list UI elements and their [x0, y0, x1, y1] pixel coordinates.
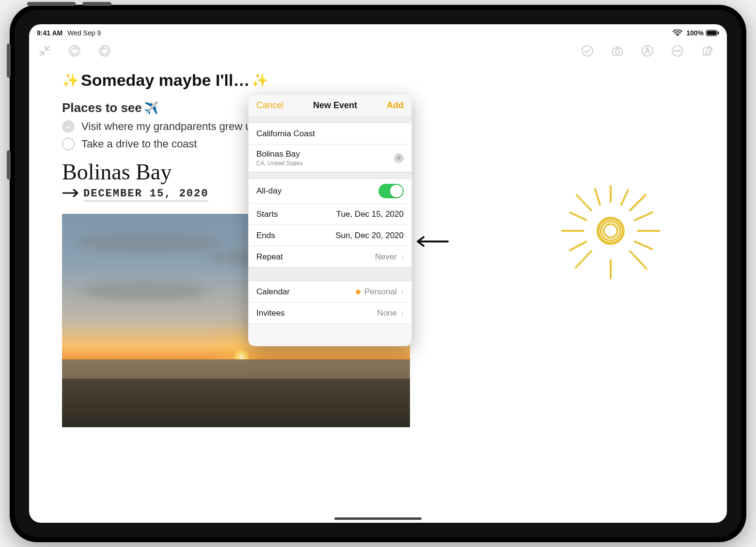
svg-rect-3	[718, 32, 719, 34]
ends-row[interactable]: Ends Sun, Dec 20, 2020	[249, 225, 411, 246]
chevron-right-icon: ›	[401, 287, 404, 297]
new-event-popover: Cancel New Event Add California Coast Bo…	[248, 94, 412, 346]
event-location-field[interactable]: Bolinas Bay CA, United States ✕	[249, 145, 411, 172]
allday-row[interactable]: All-day	[249, 179, 411, 204]
battery-percent: 100%	[686, 29, 704, 37]
repeat-label: Repeat	[256, 252, 283, 262]
calendar-row[interactable]: Calendar Personal›	[249, 281, 411, 303]
allday-label: All-day	[256, 186, 282, 196]
allday-toggle[interactable]	[378, 184, 404, 198]
collapse-icon[interactable]	[38, 44, 51, 58]
markup-icon[interactable]	[641, 44, 654, 58]
toolbar	[29, 39, 727, 61]
home-indicator[interactable]	[334, 517, 422, 520]
calendar-value: Personal	[364, 287, 397, 297]
svg-point-13	[679, 50, 680, 52]
ends-label: Ends	[256, 231, 275, 241]
invitees-row[interactable]: Invitees None›	[249, 303, 411, 324]
note-title: ✨ Someday maybe I'll… ✨	[62, 71, 694, 90]
calendar-color-dot-icon	[356, 290, 361, 294]
event-location-value: Bolinas Bay	[256, 149, 302, 159]
starts-value: Tue, Dec 15, 2020	[336, 209, 404, 219]
status-time: 9:41 AM	[37, 29, 63, 37]
ends-value: Sun, Dec 20, 2020	[335, 231, 404, 241]
status-date: Wed Sep 9	[67, 29, 101, 37]
clear-location-icon[interactable]: ✕	[394, 153, 404, 163]
invitees-label: Invitees	[256, 308, 285, 318]
sun-sketch-icon	[543, 177, 669, 294]
checkbox-checked-icon[interactable]	[62, 120, 75, 133]
checklist-item-label: Take a drive to the coast	[81, 138, 197, 150]
compose-icon[interactable]	[701, 44, 714, 58]
chevron-right-icon: ›	[401, 252, 404, 262]
screen: 9:41 AM Wed Sep 9 100%	[29, 24, 727, 523]
svg-rect-2	[707, 31, 717, 35]
svg-point-12	[677, 50, 678, 52]
wifi-icon	[673, 30, 682, 36]
hardware-button	[7, 44, 11, 78]
arrow-right-icon	[62, 188, 79, 201]
undo-icon[interactable]	[68, 44, 81, 58]
status-bar: 9:41 AM Wed Sep 9 100%	[29, 24, 727, 39]
repeat-value: Never	[375, 252, 397, 262]
popover-title: New Event	[313, 100, 357, 111]
checkbox-unchecked-icon[interactable]	[62, 138, 75, 150]
battery-icon	[706, 30, 719, 36]
svg-point-6	[582, 46, 593, 56]
sparkle-icon: ✨	[252, 72, 268, 88]
event-title-value: California Coast	[256, 129, 315, 139]
checklist-item-label: Visit where my grandparents grew up	[81, 120, 257, 133]
invitees-value: None	[377, 308, 397, 318]
hardware-button	[82, 2, 111, 6]
event-location-sub: CA, United States	[256, 160, 302, 167]
svg-point-11	[675, 50, 676, 52]
section-heading-text: Places to see	[62, 100, 142, 115]
arrow-left-sketch-icon	[415, 236, 449, 249]
cancel-button[interactable]: Cancel	[256, 100, 284, 111]
svg-point-0	[677, 35, 678, 36]
repeat-row[interactable]: Repeat Never›	[249, 246, 411, 268]
starts-row[interactable]: Starts Tue, Dec 15, 2020	[249, 204, 411, 225]
event-title-field[interactable]: California Coast	[249, 123, 411, 145]
starts-label: Starts	[256, 209, 278, 219]
hardware-button	[7, 150, 11, 179]
sparkle-icon: ✨	[62, 72, 79, 88]
svg-point-8	[615, 49, 620, 54]
ipad-frame: 9:41 AM Wed Sep 9 100%	[10, 5, 746, 542]
hardware-button	[27, 2, 76, 6]
airplane-icon: ✈️	[144, 101, 158, 115]
camera-icon[interactable]	[611, 44, 624, 58]
redo-icon[interactable]	[98, 44, 111, 58]
handwritten-date: DECEMBER 15, 2020	[83, 188, 208, 201]
more-icon[interactable]	[671, 44, 684, 58]
add-button[interactable]: Add	[387, 100, 404, 111]
checklist-icon[interactable]	[581, 44, 594, 58]
calendar-label: Calendar	[256, 287, 290, 297]
chevron-right-icon: ›	[401, 308, 404, 318]
note-title-text: Someday maybe I'll…	[81, 71, 250, 90]
